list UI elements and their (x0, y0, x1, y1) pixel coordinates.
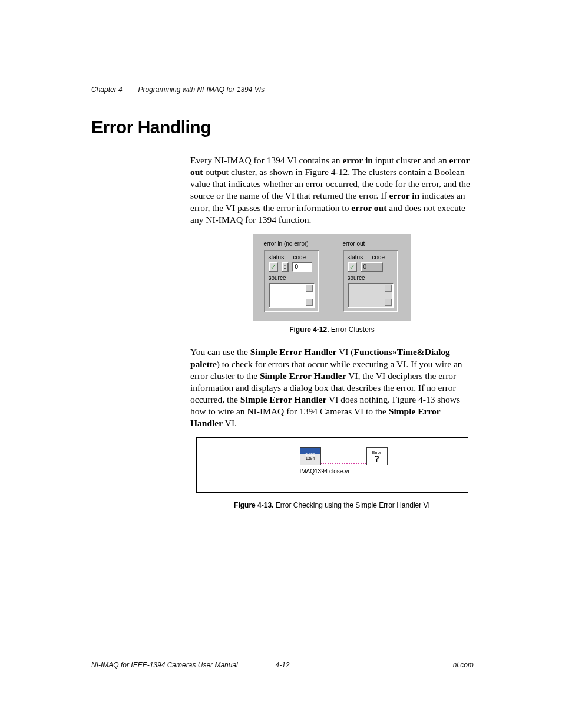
close-icon-label: close (305, 452, 315, 456)
figure-4-13-caption: Figure 4-13. Error Checking using the Si… (190, 501, 474, 510)
imaq1394-close-vi-icon: close 1394 (300, 447, 321, 465)
vi-name-label: IMAQ1394 close.vi (300, 467, 349, 475)
scroll-down-button[interactable] (306, 299, 313, 306)
question-mark-icon: ? (374, 454, 379, 463)
footer-manual-title: NI-IMAQ for IEEE-1394 Cameras User Manua… (91, 661, 275, 669)
figure-4-13: close 1394 Error ? IMAQ1394 close.vi (190, 437, 474, 496)
status-label: status (269, 254, 285, 261)
figure-4-12-caption: Figure 4-12. Error Clusters (190, 325, 474, 335)
error-out-cluster: error out status code ✓ 0 source (343, 240, 398, 312)
status-label: status (348, 254, 363, 261)
code-value-field[interactable]: 0 (292, 262, 312, 272)
status-led-indicator: ✓ (348, 262, 357, 272)
chapter-label: Chapter 4 (91, 85, 123, 94)
error-in-frame: status code ✓ ▲▼ 0 source (264, 250, 319, 312)
source-text-indicator (348, 283, 394, 308)
chevron-down-icon: ▼ (283, 267, 287, 271)
source-label: source (269, 274, 315, 282)
error-in-cluster: error in (no error) status code ✓ ▲▼ 0 (264, 240, 319, 312)
code-value-indicator: 0 (361, 262, 383, 272)
scroll-up-button[interactable] (306, 285, 313, 292)
simple-error-handler-vi-icon: Error ? (366, 447, 388, 465)
code-label: code (372, 254, 385, 261)
chapter-title: Programming with NI-IMAQ for 1394 VIs (138, 85, 265, 94)
figure-4-12: error in (no error) status code ✓ ▲▼ 0 (190, 234, 474, 321)
page-footer: NI-IMAQ for IEEE-1394 Cameras User Manua… (91, 661, 474, 669)
code-spinner[interactable]: ▲▼ (282, 262, 289, 272)
body-text: Every NI-IMAQ for 1394 VI contains an er… (190, 154, 474, 510)
status-led[interactable]: ✓ (269, 262, 278, 272)
running-header: Chapter 4 Programming with NI-IMAQ for 1… (91, 85, 474, 94)
source-text-field[interactable] (269, 283, 315, 308)
error-in-title: error in (no error) (264, 240, 319, 248)
scroll-up-button[interactable] (385, 285, 392, 292)
block-diagram: close 1394 Error ? IMAQ1394 close.vi (196, 437, 468, 493)
error-out-title: error out (343, 240, 398, 248)
paragraph-2: You can use the Simple Error Handler VI … (190, 346, 474, 429)
error-wire (321, 463, 366, 464)
heading-rule (91, 140, 474, 140)
source-label: source (348, 274, 394, 282)
close-icon-sublabel: 1394 (306, 456, 315, 460)
section-heading: Error Handling (91, 117, 474, 137)
page: Chapter 4 Programming with NI-IMAQ for 1… (0, 0, 562, 728)
footer-site: ni.com (290, 661, 474, 669)
footer-page-number: 4-12 (275, 661, 289, 669)
scroll-down-button[interactable] (385, 299, 392, 306)
paragraph-1: Every NI-IMAQ for 1394 VI contains an er… (190, 154, 474, 226)
labview-front-panel: error in (no error) status code ✓ ▲▼ 0 (253, 234, 411, 321)
error-out-frame: status code ✓ 0 source (343, 250, 398, 312)
code-label: code (293, 254, 306, 261)
